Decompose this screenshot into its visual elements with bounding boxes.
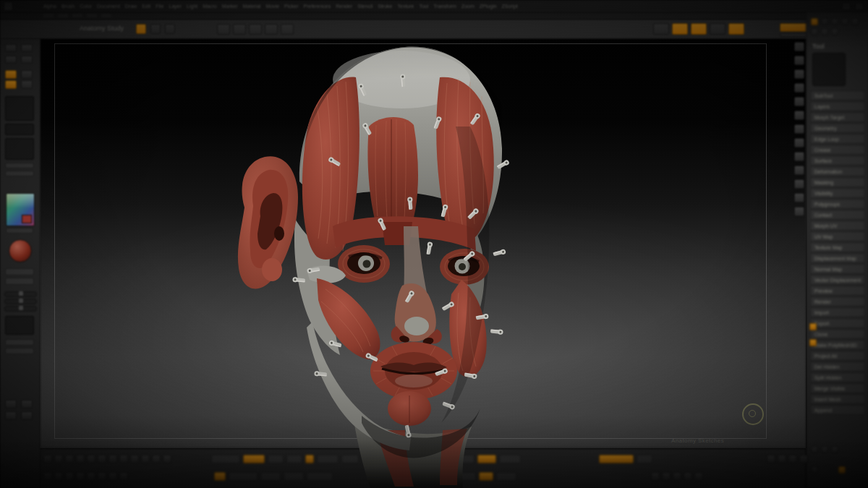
palette-row[interactable]: Export bbox=[810, 318, 865, 328]
shelf-button[interactable] bbox=[65, 455, 74, 463]
palette-row[interactable]: Geometry bbox=[810, 123, 865, 133]
material-sphere[interactable] bbox=[9, 239, 32, 262]
palette-row[interactable]: Morph UV bbox=[810, 221, 865, 231]
rotate-mode-button[interactable] bbox=[728, 23, 744, 35]
scale-mode-button[interactable] bbox=[710, 23, 726, 35]
tray-accent-button[interactable] bbox=[811, 18, 818, 25]
material-slot-bar[interactable] bbox=[5, 278, 34, 285]
palette-row[interactable]: Vector Displacement bbox=[810, 275, 865, 285]
z-intensity-slider[interactable] bbox=[4, 299, 37, 304]
shelf-button[interactable] bbox=[767, 455, 775, 463]
brush-thumbnail[interactable] bbox=[5, 96, 34, 121]
menu-item[interactable]: Preferences bbox=[304, 4, 331, 9]
shelf-button[interactable] bbox=[87, 472, 95, 481]
minimize-icon[interactable] bbox=[842, 2, 851, 10]
palette-row[interactable]: Surface bbox=[810, 155, 865, 166]
palette-row[interactable]: Contact bbox=[810, 210, 865, 220]
shelf-button[interactable] bbox=[673, 472, 681, 481]
texture-bar[interactable] bbox=[5, 163, 34, 168]
menu-item[interactable]: Material bbox=[242, 4, 260, 9]
stroke-mode-icon[interactable] bbox=[233, 24, 246, 35]
shelf-button[interactable] bbox=[119, 455, 128, 463]
move-mode-button[interactable] bbox=[691, 23, 707, 35]
menu-item[interactable]: Zoom bbox=[461, 4, 475, 9]
shelf-button[interactable] bbox=[98, 455, 106, 463]
shelf-bar[interactable] bbox=[637, 455, 652, 463]
shelf-button[interactable] bbox=[684, 472, 692, 481]
projection-master-button[interactable] bbox=[150, 24, 161, 34]
rgb-intensity-slider[interactable] bbox=[4, 291, 37, 297]
shelf-button[interactable] bbox=[21, 400, 33, 408]
shelf-button[interactable] bbox=[21, 411, 33, 420]
aa-half-icon[interactable] bbox=[21, 56, 33, 64]
texture-mode-icon[interactable] bbox=[265, 24, 278, 35]
palette-row[interactable]: Displacement Map bbox=[810, 253, 865, 263]
tray-bottom-button[interactable] bbox=[811, 446, 818, 453]
menu-item[interactable]: ZScript bbox=[502, 4, 518, 9]
shelf-button[interactable] bbox=[694, 472, 703, 481]
palette-row[interactable]: Normal Map bbox=[810, 264, 865, 274]
shelf-button[interactable] bbox=[788, 455, 797, 463]
local-symmetry-icon[interactable] bbox=[794, 124, 804, 134]
shelf-button[interactable] bbox=[5, 400, 17, 408]
bpr-icon[interactable] bbox=[794, 42, 804, 51]
palette-row[interactable]: Del Hidden bbox=[810, 361, 865, 372]
shelf-button[interactable] bbox=[54, 472, 63, 481]
shelf-button[interactable] bbox=[43, 455, 52, 463]
menu-item[interactable]: Color bbox=[80, 4, 92, 9]
menu-item[interactable]: ZPlugin bbox=[480, 4, 497, 9]
secondary-color-bar[interactable] bbox=[6, 228, 33, 234]
substrip-button[interactable] bbox=[58, 14, 68, 17]
substrip-button[interactable] bbox=[87, 14, 97, 17]
zoom-left-icon[interactable] bbox=[21, 44, 33, 52]
tray-bottom-button[interactable] bbox=[821, 446, 828, 453]
palette-row[interactable]: Insert Mesh bbox=[810, 394, 865, 404]
transparency-icon[interactable] bbox=[794, 138, 804, 147]
shelf-button[interactable] bbox=[109, 472, 117, 481]
palette-row[interactable]: Visibility bbox=[810, 188, 865, 198]
palette-row[interactable]: Deformation bbox=[810, 166, 865, 176]
shelf-button[interactable] bbox=[76, 455, 85, 463]
accent-toggle[interactable] bbox=[214, 472, 226, 481]
palette-accent-button[interactable] bbox=[809, 339, 817, 346]
spotlight-button[interactable] bbox=[21, 80, 33, 89]
aa-half-icon[interactable] bbox=[794, 69, 804, 79]
tray-button[interactable] bbox=[841, 18, 848, 25]
draw-size-slider[interactable] bbox=[4, 306, 37, 312]
menu-item[interactable]: Render bbox=[336, 4, 352, 9]
tray-button[interactable] bbox=[811, 28, 818, 35]
menu-item[interactable]: Light bbox=[187, 4, 197, 9]
palette-row[interactable]: Edge Loop bbox=[810, 134, 865, 144]
color-picker[interactable] bbox=[6, 193, 35, 226]
shelf-button[interactable] bbox=[5, 411, 17, 420]
quicksketch-button[interactable] bbox=[165, 24, 175, 34]
frame-icon[interactable] bbox=[794, 166, 804, 175]
lightbox-button[interactable] bbox=[136, 24, 146, 34]
menu-item[interactable]: Transform bbox=[433, 4, 456, 9]
shelf-button[interactable] bbox=[87, 455, 95, 463]
substrip-button[interactable] bbox=[43, 14, 54, 17]
shelf-button[interactable] bbox=[43, 472, 52, 481]
close-icon[interactable] bbox=[855, 2, 864, 10]
persp-icon[interactable] bbox=[794, 97, 804, 106]
tray-button[interactable] bbox=[821, 28, 828, 35]
menu-item[interactable]: Marker bbox=[222, 4, 238, 9]
edit-mode-button[interactable] bbox=[653, 23, 669, 35]
shelf-button[interactable] bbox=[651, 472, 660, 481]
tray-bottom-button[interactable] bbox=[831, 446, 838, 453]
palette-row[interactable]: Append bbox=[810, 405, 865, 415]
tray-button[interactable] bbox=[821, 18, 828, 25]
palette-row[interactable]: Morph Target bbox=[810, 112, 865, 122]
render-pass-icon[interactable] bbox=[794, 56, 804, 65]
brush-mode-icon[interactable] bbox=[217, 24, 230, 35]
shelf-bar[interactable] bbox=[5, 348, 34, 354]
palette-row[interactable]: Merge Visible bbox=[810, 383, 865, 393]
shelf-button[interactable] bbox=[163, 455, 171, 463]
menu-item[interactable]: Stroke bbox=[378, 4, 392, 9]
tray-accent-button[interactable] bbox=[838, 466, 846, 474]
menu-item[interactable]: Document bbox=[97, 4, 120, 9]
menu-item[interactable]: File bbox=[156, 4, 163, 9]
shelf-button[interactable] bbox=[799, 455, 808, 463]
palette-row[interactable]: SubTool bbox=[810, 90, 865, 100]
palette-row[interactable]: Import bbox=[810, 307, 865, 317]
